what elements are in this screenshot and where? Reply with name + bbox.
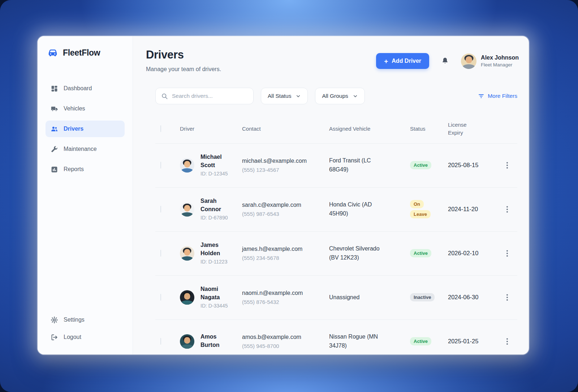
report-chart-icon: [51, 166, 58, 173]
sidebar-item-logout[interactable]: Logout: [46, 329, 125, 345]
row-menu-button[interactable]: [504, 336, 510, 347]
search-icon: [161, 93, 168, 100]
sidebar-item-label: Drivers: [64, 126, 83, 132]
driver-id: ID: D-67890: [200, 214, 232, 222]
sidebar-item-drivers[interactable]: Drivers: [46, 121, 125, 137]
wrench-icon: [51, 145, 58, 153]
logout-icon: [51, 334, 58, 341]
plus-icon: +: [384, 58, 388, 65]
table-row: Michael Scott ID: D-12345 michael.s@exam…: [155, 143, 517, 187]
app-window: FleetFlow Dashboard: [38, 36, 529, 354]
notifications-button[interactable]: [440, 56, 450, 66]
column-header-driver: Driver: [180, 126, 242, 132]
license-expiry: 2026-02-10: [448, 249, 482, 258]
filters-bar: All Status All Groups: [155, 88, 517, 104]
driver-name: Naomi Nagata: [200, 285, 232, 301]
sidebar-item-label: Dashboard: [64, 85, 92, 92]
filter-lines-icon: [478, 93, 484, 99]
sidebar-item-label: Settings: [64, 317, 85, 323]
dashboard-icon: [51, 85, 58, 92]
driver-avatar: [180, 334, 194, 349]
avatar: [461, 53, 476, 69]
search-input[interactable]: [172, 93, 248, 99]
main-content: Drivers Manage your team of drivers. + A…: [133, 36, 529, 354]
app-logo: FleetFlow: [46, 47, 125, 58]
column-header-license: License Expiry: [448, 121, 481, 137]
driver-email: naomi.n@example.com: [242, 290, 329, 296]
row-checkbox[interactable]: [160, 206, 161, 213]
kebab-icon: [506, 206, 508, 208]
user-menu[interactable]: Alex Johnson Fleet Manager: [461, 53, 519, 69]
sidebar-item-vehicles[interactable]: Vehicles: [46, 100, 125, 117]
search-box[interactable]: [155, 88, 254, 104]
driver-email: james.h@example.com: [242, 246, 329, 252]
kebab-icon: [506, 250, 508, 252]
sidebar-item-maintenance[interactable]: Maintenance: [46, 141, 125, 157]
driver-phone: (555) 234-5678: [242, 255, 329, 261]
driver-name: Amos Burton: [200, 333, 232, 349]
kebab-icon: [506, 162, 508, 164]
driver-email: sarah.c@example.com: [242, 202, 329, 208]
row-menu-button[interactable]: [504, 248, 510, 259]
row-menu-button[interactable]: [504, 204, 510, 215]
more-filters-button[interactable]: More Filters: [478, 93, 517, 99]
license-expiry: 2025-08-15: [448, 161, 482, 170]
page-subtitle: Manage your team of drivers.: [146, 66, 221, 73]
table-header: Driver Contact Assigned Vehicle Status L…: [155, 115, 517, 143]
row-checkbox[interactable]: [160, 250, 161, 257]
status-badge: Inactive: [410, 293, 435, 301]
drivers-table: Michael Scott ID: D-12345 michael.s@exam…: [155, 143, 517, 355]
car-logo-icon: [47, 47, 59, 58]
row-checkbox[interactable]: [160, 338, 161, 345]
driver-avatar: [180, 246, 194, 261]
driver-id: ID: D-12345: [200, 170, 232, 178]
driver-name: Sarah Connor: [200, 197, 232, 213]
status-badge: On Leave: [410, 200, 431, 218]
table-row: Amos Burton amos.b@example.com (555) 945…: [155, 319, 517, 355]
groups-filter-dropdown[interactable]: All Groups: [315, 88, 365, 104]
table-row: Naomi Nagata ID: D-33445 naomi.n@example…: [155, 275, 517, 319]
page-header: Drivers Manage your team of drivers. + A…: [146, 48, 519, 73]
row-menu-button[interactable]: [504, 292, 510, 303]
chevron-down-icon: [296, 93, 301, 99]
assigned-vehicle: Nissan Rogue (MN 34J78): [329, 332, 387, 350]
driver-avatar: [180, 158, 194, 173]
column-header-vehicle: Assigned Vehicle: [329, 126, 410, 132]
row-checkbox[interactable]: [160, 294, 161, 301]
driver-email: amos.b@example.com: [242, 334, 329, 340]
license-expiry: 2024-06-30: [448, 293, 482, 302]
driver-avatar: [180, 290, 194, 305]
assigned-vehicle: Unassigned: [329, 293, 387, 302]
row-checkbox[interactable]: [160, 162, 161, 169]
gear-icon: [51, 316, 58, 324]
license-expiry: 2024-11-20: [448, 205, 482, 214]
sidebar-item-label: Maintenance: [64, 146, 97, 152]
status-filter-dropdown[interactable]: All Status: [261, 88, 308, 104]
column-header-contact: Contact: [242, 126, 329, 132]
column-header-status: Status: [410, 126, 448, 132]
driver-avatar: [180, 202, 194, 217]
row-menu-button[interactable]: [504, 160, 510, 171]
assigned-vehicle: Ford Transit (LC 68G49): [329, 156, 387, 174]
sidebar-item-dashboard[interactable]: Dashboard: [46, 80, 125, 97]
assigned-vehicle: Honda Civic (AD 45H90): [329, 200, 387, 218]
driver-phone: (555) 945-8700: [242, 343, 329, 349]
app-name: FleetFlow: [63, 48, 100, 58]
sidebar-item-label: Logout: [64, 334, 81, 340]
sidebar-item-label: Reports: [64, 166, 84, 173]
driver-phone: (555) 123-4567: [242, 167, 329, 173]
sidebar-footer: Settings Logout: [46, 312, 125, 345]
status-badge: Active: [410, 249, 431, 257]
add-driver-button[interactable]: + Add Driver: [376, 53, 429, 69]
license-expiry: 2025-01-25: [448, 337, 482, 346]
sidebar-item-reports[interactable]: Reports: [46, 161, 125, 178]
table-row: Sarah Connor ID: D-67890 sarah.c@example…: [155, 187, 517, 231]
sidebar-item-settings[interactable]: Settings: [46, 312, 125, 328]
chevron-down-icon: [353, 93, 358, 99]
header-actions: + Add Driver Alex Johnson Fleet Mana: [376, 53, 519, 69]
driver-phone: (555) 987-6543: [242, 211, 329, 217]
sidebar-nav: Dashboard Vehicles: [46, 80, 125, 178]
kebab-icon: [506, 338, 508, 340]
select-all-checkbox[interactable]: [160, 125, 161, 132]
status-badge: Active: [410, 161, 431, 169]
